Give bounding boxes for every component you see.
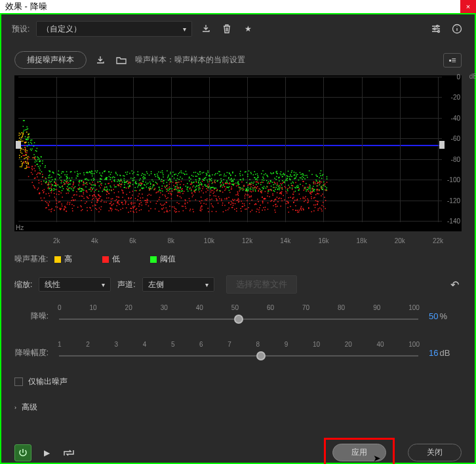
preset-value: （自定义） [42, 24, 81, 35]
presets-row: 预设: （自定义） ▾ ★ [1, 14, 475, 43]
scale-row: 缩放: 线性▾ 声道: 左侧▾ 选择完整文件 ↶ [14, 271, 462, 298]
titlebar: 效果 - 降噪 × [0, 0, 476, 13]
delete-preset-icon[interactable] [220, 22, 234, 36]
power-button[interactable] [14, 444, 31, 461]
legend-swatch-high [54, 256, 61, 263]
preset-label: 预设: [12, 24, 30, 35]
legend-high: 高 [64, 254, 72, 265]
threshold-line[interactable] [18, 145, 442, 146]
close-button[interactable]: × [460, 0, 476, 13]
output-noise-checkbox[interactable] [14, 377, 23, 386]
preset-select[interactable]: （自定义） ▾ [36, 21, 192, 37]
dialog-body: 预设: （自定义） ▾ ★ 捕捉噪声样本 噪声样本：噪声样本的当前设置 ▪≡ d… [0, 13, 476, 464]
reduction-slider-row: 降噪: 0102030405060708090100 50% [14, 298, 462, 334]
chevron-down-icon: ▾ [205, 281, 208, 288]
channel-label: 声道: [117, 279, 135, 290]
window: 效果 - 降噪 × 预设: （自定义） ▾ ★ 捕捉噪声样本 噪声样本：噪声样本… [0, 0, 476, 464]
amplitude-slider-row: 降噪幅度: 123456789102040100 16dB [14, 334, 462, 371]
channel-select[interactable]: 左侧▾ [142, 277, 214, 292]
capture-noise-button[interactable]: 捕捉噪声样本 [14, 51, 87, 69]
chevron-down-icon: ▾ [183, 26, 186, 33]
scale-label: 缩放: [14, 279, 32, 290]
checkbox-label: 仅输出噪声 [28, 376, 68, 387]
folder-icon[interactable] [114, 53, 129, 68]
favorite-icon[interactable]: ★ [241, 22, 255, 36]
slider-thumb[interactable] [234, 315, 243, 324]
output-noise-row: 仅输出噪声 [14, 371, 462, 393]
reduction-slider[interactable]: 0102030405060708090100 [55, 304, 422, 328]
x-axis-unit: Hz [16, 224, 24, 231]
x-axis-labels: 2k4k6k8k10k12k14k16k18k20k22k [18, 234, 442, 244]
slider-thumb[interactable] [256, 351, 266, 360]
sample-label: 噪声样本：噪声样本的当前设置 [135, 54, 245, 66]
settings-icon[interactable] [429, 22, 443, 36]
chevron-down-icon: ▾ [102, 281, 105, 288]
cursor-icon: ➤ [373, 453, 381, 463]
threshold-handle-left[interactable] [16, 141, 21, 149]
play-icon[interactable]: ▶ [39, 446, 54, 460]
slider2-value[interactable]: 16 [429, 348, 438, 358]
save-preset-icon[interactable] [199, 22, 213, 36]
legend-label: 噪声基准: [14, 254, 48, 265]
scale-select[interactable]: 线性▾ [39, 277, 111, 292]
advanced-toggle[interactable]: › 高级 [14, 393, 462, 422]
amplitude-slider[interactable]: 123456789102040100 [55, 341, 422, 364]
legend-low: 低 [112, 254, 120, 265]
info-icon[interactable] [450, 22, 464, 36]
legend-thresh: 阈值 [160, 254, 176, 265]
chevron-right-icon: › [14, 404, 16, 411]
loop-icon[interactable] [62, 446, 76, 460]
slider1-value[interactable]: 50 [429, 311, 438, 321]
noise-chart[interactable]: dB Hz 0-20-40-60-80-100-120-140 [14, 75, 462, 231]
legend-swatch-thresh [150, 256, 157, 263]
legend-swatch-low [102, 256, 109, 263]
apply-highlight: 应用 ➤ [324, 438, 395, 464]
slider1-label: 降噪: [14, 311, 49, 322]
load-sample-icon[interactable] [93, 53, 108, 68]
capture-row: 捕捉噪声样本 噪声样本：噪声样本的当前设置 ▪≡ [14, 51, 462, 69]
menu-icon[interactable]: ▪≡ [443, 53, 462, 68]
slider2-label: 降噪幅度: [14, 347, 49, 358]
close-dialog-button[interactable]: 关闭 [408, 444, 462, 461]
content: 捕捉噪声样本 噪声样本：噪声样本的当前设置 ▪≡ dB Hz 0-20-40-6… [1, 43, 475, 430]
y-axis-unit: dB [469, 73, 476, 80]
reset-icon[interactable]: ↶ [447, 277, 462, 292]
footer: ▶ 应用 ➤ 关闭 [1, 430, 475, 464]
legend-row: 噪声基准: 高 低 阈值 [14, 244, 462, 271]
threshold-handle-right[interactable] [439, 141, 445, 149]
select-full-button: 选择完整文件 [226, 275, 297, 294]
advanced-label: 高级 [22, 402, 37, 413]
window-title: 效果 - 降噪 [5, 1, 47, 12]
